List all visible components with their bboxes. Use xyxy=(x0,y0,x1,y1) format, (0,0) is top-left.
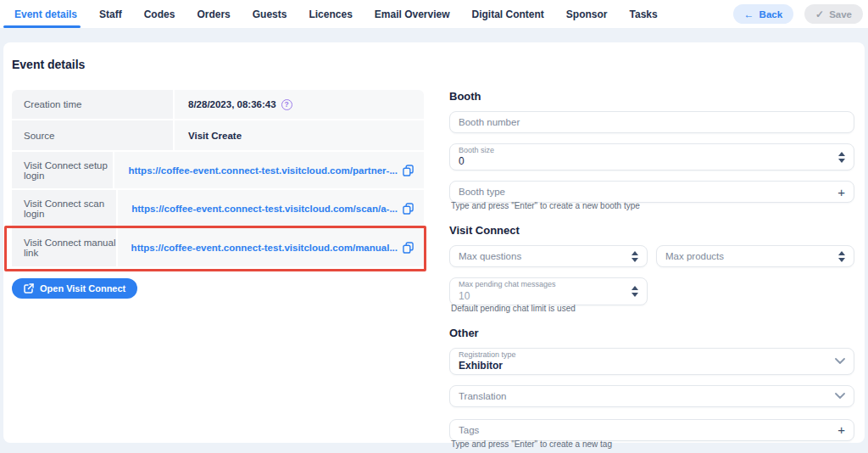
tab-codes[interactable]: Codes xyxy=(144,0,175,28)
back-button-label: Back xyxy=(760,9,783,20)
tab-event-details[interactable]: Event details xyxy=(14,0,77,28)
event-details-card: Event details Creation time 8/28/2023, 0… xyxy=(3,42,865,443)
tab-digital-content[interactable]: Digital Content xyxy=(472,0,544,28)
booth-number-input[interactable]: Booth number xyxy=(449,111,854,133)
tab-sponsor[interactable]: Sponsor xyxy=(566,0,608,28)
booth-type-input[interactable]: Booth type + xyxy=(449,181,854,203)
top-tab-bar: Event details Staff Codes Orders Guests … xyxy=(0,0,868,28)
max-products-placeholder: Max products xyxy=(665,251,724,261)
plus-icon[interactable]: + xyxy=(837,186,845,199)
copy-icon[interactable] xyxy=(403,242,414,254)
booth-number-placeholder: Booth number xyxy=(459,117,520,127)
form-column: Booth Booth number Booth size 0 Booth ty… xyxy=(449,90,854,453)
scan-login-link[interactable]: https://coffee-event.connect-test.visitc… xyxy=(131,204,398,214)
tab-staff[interactable]: Staff xyxy=(99,0,122,28)
setup-login-link[interactable]: https://coffee-event.connect-test.visitc… xyxy=(128,165,398,176)
page-title: Event details xyxy=(12,58,854,71)
stepper-arrows[interactable] xyxy=(838,152,845,163)
max-pending-chat-helper-text: Default pending chat limit is used xyxy=(451,304,854,313)
plus-icon[interactable]: + xyxy=(837,423,845,436)
row-label: Source xyxy=(12,120,175,150)
help-icon[interactable]: ? xyxy=(281,99,292,110)
registration-type-value: Exhibitor xyxy=(459,360,516,372)
creation-time-value: 8/28/2023, 08:36:43 xyxy=(188,99,276,109)
booth-size-value: 0 xyxy=(459,155,494,168)
row-label: Visit Connect manual link xyxy=(12,228,118,266)
booth-size-text: Booth size 0 xyxy=(459,146,494,168)
table-row-manual-link: Visit Connect manual link https://coffee… xyxy=(12,228,424,268)
max-pending-chat-text: Max pending chat messages 10 xyxy=(459,280,556,302)
check-icon: ✓ xyxy=(815,9,824,20)
booth-section-heading: Booth xyxy=(449,90,854,103)
max-pending-chat-label: Max pending chat messages xyxy=(459,280,556,289)
table-row-scan-login: Visit Connect scan login https://coffee-… xyxy=(12,190,424,228)
booth-type-helper-text: Type and press "Enter" to create a new b… xyxy=(451,201,854,210)
manual-link[interactable]: https://coffee-event.connect-test.visitc… xyxy=(131,243,398,253)
stepper-up-icon[interactable] xyxy=(838,251,845,255)
stepper-down-icon[interactable] xyxy=(632,258,638,262)
stepper-arrows[interactable] xyxy=(632,251,638,262)
stepper-up-icon[interactable] xyxy=(632,286,638,290)
row-label: Creation time xyxy=(12,90,175,119)
table-row-creation-time: Creation time 8/28/2023, 08:36:43 ? xyxy=(12,90,424,120)
source-value: Visit Create xyxy=(188,131,242,141)
open-visit-connect-button[interactable]: Open Visit Connect xyxy=(12,278,137,299)
open-visit-connect-label: Open Visit Connect xyxy=(40,283,125,294)
registration-type-select[interactable]: Registration type Exhibitor xyxy=(449,348,854,375)
row-label: Visit Connect scan login xyxy=(12,190,118,226)
save-button-label: Save xyxy=(829,9,852,20)
max-questions-stepper[interactable]: Max questions xyxy=(449,245,648,267)
max-pending-chat-stepper[interactable]: Max pending chat messages 10 xyxy=(449,277,648,305)
tags-input[interactable]: Tags + xyxy=(449,419,854,441)
stepper-down-icon[interactable] xyxy=(838,159,845,163)
tab-orders[interactable]: Orders xyxy=(197,0,230,28)
stepper-arrows[interactable] xyxy=(838,251,845,262)
details-column: Creation time 8/28/2023, 08:36:43 ? Sour… xyxy=(12,90,424,453)
stepper-up-icon[interactable] xyxy=(632,251,638,255)
registration-type-label: Registration type xyxy=(459,350,516,360)
tab-list: Event details Staff Codes Orders Guests … xyxy=(14,0,658,28)
booth-size-stepper[interactable]: Booth size 0 xyxy=(449,143,854,171)
stepper-down-icon[interactable] xyxy=(632,293,638,297)
stepper-up-icon[interactable] xyxy=(838,152,845,156)
tab-guests[interactable]: Guests xyxy=(253,0,287,28)
max-questions-placeholder: Max questions xyxy=(459,251,521,261)
tab-email-overview[interactable]: Email Overview xyxy=(375,0,450,28)
visit-connect-section-heading: Visit Connect xyxy=(449,224,854,237)
chevron-down-icon[interactable] xyxy=(835,393,845,399)
translation-placeholder: Translation xyxy=(459,391,506,401)
booth-type-placeholder: Booth type xyxy=(459,187,505,197)
save-button[interactable]: ✓ Save xyxy=(804,4,863,24)
registration-type-text: Registration type Exhibitor xyxy=(459,350,516,372)
table-row-setup-login: Visit Connect setup login https://coffee… xyxy=(12,152,424,190)
stepper-arrows[interactable] xyxy=(632,286,638,297)
max-pending-chat-value: 10 xyxy=(459,290,556,303)
back-button[interactable]: ← Back xyxy=(733,4,794,24)
tab-licences[interactable]: Licences xyxy=(309,0,352,28)
table-row-source: Source Visit Create xyxy=(12,120,424,152)
details-table: Creation time 8/28/2023, 08:36:43 ? Sour… xyxy=(12,90,424,268)
tags-helper-text: Type and press "Enter" to create a new t… xyxy=(451,439,854,449)
back-arrow-icon: ← xyxy=(744,9,754,20)
top-actions: ← Back ✓ Save xyxy=(733,0,868,28)
tab-tasks[interactable]: Tasks xyxy=(630,0,658,28)
row-label: Visit Connect setup login xyxy=(12,152,114,188)
copy-icon[interactable] xyxy=(403,203,414,215)
translation-select[interactable]: Translation xyxy=(449,385,854,407)
tags-placeholder: Tags xyxy=(459,425,479,435)
stepper-down-icon[interactable] xyxy=(838,258,845,262)
booth-size-label: Booth size xyxy=(459,146,494,155)
other-section-heading: Other xyxy=(449,327,854,339)
max-products-stepper[interactable]: Max products xyxy=(656,245,854,267)
copy-icon[interactable] xyxy=(403,165,414,176)
external-link-icon xyxy=(24,283,34,294)
chevron-down-icon[interactable] xyxy=(835,358,845,364)
